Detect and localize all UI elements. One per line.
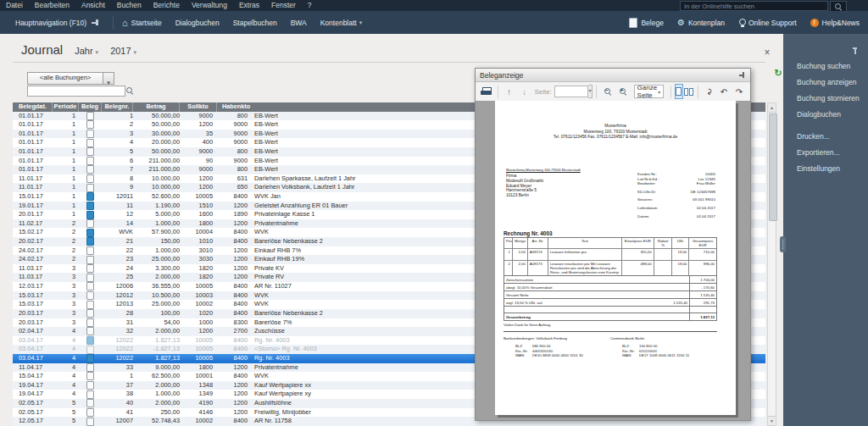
beleg-icon[interactable] [86,274,94,282]
sidebar-item-einstellungen[interactable]: Einstellungen [783,160,868,176]
beleg-icon[interactable] [86,246,94,255]
beleg-icon[interactable] [86,202,94,210]
column-header-belegdat[interactable]: Belegdat. [13,102,53,112]
toolbar-online-support[interactable]: Online Support [738,19,797,27]
toolbar-kontenplan[interactable]: Kontenplan [677,18,725,27]
menu-extras[interactable]: Extras [233,0,265,11]
scrollbar-thumb[interactable] [769,113,777,221]
beleg-icon[interactable] [86,327,94,335]
booking-filter-select[interactable]: <alle Buchungen> [27,72,103,85]
beleganzeige-titlebar[interactable]: Beleganzeige [476,69,750,82]
previous-page-button[interactable] [502,85,515,99]
beleg-icon[interactable] [86,346,94,354]
menu-buchen[interactable]: Buchen [111,0,147,11]
beleg-icon[interactable] [86,354,94,362]
page-dropdown-button[interactable] [588,85,593,98]
toolbar-belege[interactable]: Belege [629,18,663,28]
beleg-icon[interactable] [86,264,94,273]
menu-datei[interactable]: Datei [0,0,29,11]
page-number-input[interactable] [554,86,588,97]
two-page-view-button[interactable] [683,84,694,99]
toolbar-stapelbuchen[interactable]: Stapelbuchen ▾ [233,19,277,27]
invoice-item-row: 2 2,00 A09173 Lexware reisekosten pro Mi… [504,261,716,275]
beleg-icon[interactable] [86,418,94,426]
menu-berichte[interactable]: Berichte [147,0,186,11]
online-help-search-input[interactable] [680,1,828,11]
toolbar-kontenblatt[interactable]: Kontenblatt ▾ [320,19,363,27]
menu-bearbeiten[interactable]: Bearbeiten [29,0,75,11]
hauptnavigation-button[interactable]: Hauptnavigation (F10) [15,19,86,27]
pin-icon[interactable] [851,47,859,55]
refresh-button[interactable] [772,67,784,79]
beleg-icon[interactable] [86,399,94,407]
invoice-title: Rechnung Nr. 4003 [504,230,553,236]
column-header-belegnr[interactable]: Belegnr. [102,102,133,112]
beleg-icon[interactable] [86,291,94,300]
beleg-icon[interactable] [86,120,94,129]
beleg-icon[interactable] [86,147,94,156]
rotate-down-button[interactable] [702,85,715,99]
beleg-icon[interactable] [86,309,94,318]
next-page-button[interactable] [517,85,531,99]
toolbar-help-news[interactable]: Help&News [810,19,860,27]
beleg-icon[interactable] [86,318,94,327]
toolbar-startseite[interactable]: Startseite ▾ [122,19,162,27]
beleg-icon[interactable] [86,165,94,174]
rotate-right-button[interactable] [732,85,746,99]
year-dropdown[interactable]: 2017▾ [110,46,136,56]
single-page-view-button[interactable] [675,84,683,99]
beleg-icon[interactable] [86,390,94,399]
beleg-icon[interactable] [86,139,94,147]
sidebar-item-buchung-anzeigen[interactable]: Buchung anzeigen [783,74,868,90]
pin-icon[interactable] [92,19,99,26]
close-journal-button[interactable] [760,46,774,59]
sidebar-item-drucken[interactable]: Drucken... [783,128,868,144]
beleg-icon[interactable] [86,372,94,380]
beleg-icon[interactable] [86,237,94,246]
scroll-down-button[interactable]: ▼ [768,416,776,425]
menu-fenster[interactable]: Fenster [265,0,302,11]
menu-verwaltung[interactable]: Verwaltung [186,0,233,11]
beleg-icon[interactable] [86,157,94,165]
scroll-up-button[interactable]: ▲ [768,103,776,113]
sidebar-item-buchung-suchen[interactable]: Buchung suchen [783,58,868,74]
zoom-in-button[interactable] [616,85,630,99]
sidebar-item-buchung-stornieren[interactable]: Buchung stornieren [783,90,868,106]
beleg-icon[interactable] [86,211,94,219]
column-header-sollkto[interactable]: Sollkto [180,102,217,112]
booking-filter-dropdown-button[interactable] [103,72,114,85]
print-button[interactable] [480,85,493,99]
column-header-periode[interactable]: Periode [53,102,79,112]
column-header-beleg[interactable]: Beleg [79,102,102,112]
zoom-level-select[interactable]: Ganze Seite▾ [634,85,665,98]
beleg-icon[interactable] [86,184,94,192]
pin-icon[interactable] [738,71,746,79]
beleg-icon[interactable] [86,112,94,120]
beleg-icon[interactable] [86,363,94,372]
sidebar-resize-grip[interactable] [780,236,786,252]
beleg-icon[interactable] [86,219,94,228]
table-scrollbar[interactable]: ▲ ▼ [767,102,776,426]
period-dropdown[interactable]: Jahr▾ [75,46,98,56]
beleg-icon[interactable] [86,282,94,290]
beleg-icon[interactable] [86,174,94,183]
toolbar-dialogbuchen[interactable]: Dialogbuchen ▾ [175,19,220,27]
journal-search-input[interactable] [27,86,125,97]
toolbar-bwa[interactable]: BWA ▾ [291,19,307,27]
beleg-icon[interactable] [86,336,94,345]
zoom-out-button[interactable] [601,85,615,99]
beleg-icon[interactable] [86,301,94,309]
beleg-icon[interactable] [86,256,94,264]
beleg-icon[interactable] [86,229,94,237]
beleg-icon[interactable] [86,381,94,390]
menu-hilfe[interactable]: ? [302,0,318,11]
menu-ansicht[interactable]: Ansicht [75,0,111,11]
beleg-icon[interactable] [86,130,94,138]
column-header-betrag[interactable]: Betrag [133,102,180,112]
beleg-icon[interactable] [86,192,94,201]
sidebar-item-exportieren[interactable]: Exportieren... [783,144,868,160]
beleg-icon[interactable] [86,408,94,417]
document-viewport[interactable]: MusterfirmaMusterweg 100, 79100 Musterst… [476,101,750,420]
sidebar-item-dialogbuchen[interactable]: Dialogbuchen [783,106,868,122]
rotate-left-button[interactable] [717,85,731,99]
